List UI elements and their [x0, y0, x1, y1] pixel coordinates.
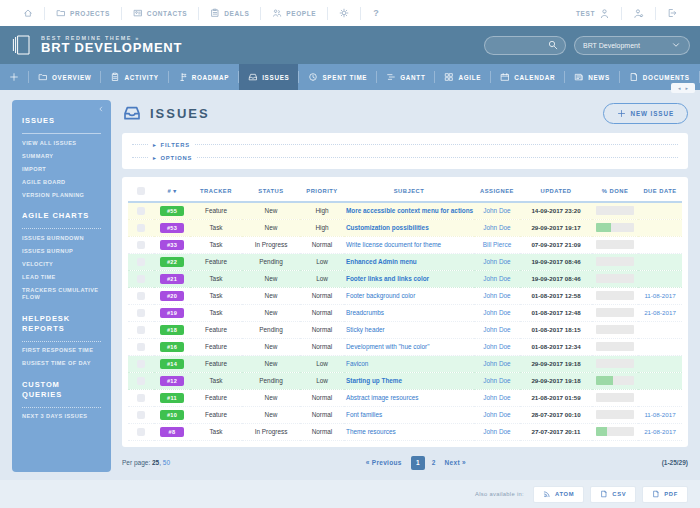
row-checkbox[interactable] [137, 224, 145, 232]
issue-subject-link[interactable]: More accessible context menu for actions… [346, 207, 474, 214]
row-checkbox[interactable] [137, 343, 145, 351]
issue-id-badge[interactable]: #10 [160, 410, 184, 420]
issue-subject-link[interactable]: Footer background color [346, 292, 415, 299]
column-header-updated[interactable]: UPDATED [520, 179, 592, 202]
my-account-button[interactable] [622, 8, 655, 19]
sidebar-item-busiest-time-of-day[interactable]: BUSIEST TIME OF DAY [22, 360, 101, 368]
topbar-item-?[interactable]: ? [361, 8, 391, 18]
sidebar-item-trackers-cumulative-flow[interactable]: TRACKERS CUMULATIVE FLOW [22, 287, 101, 302]
per-page-option[interactable]: 50 [163, 459, 170, 466]
row-checkbox[interactable] [137, 428, 145, 436]
column-header-subject[interactable]: SUBJECT [344, 179, 474, 202]
issue-id-badge[interactable]: #18 [160, 325, 184, 335]
row-checkbox[interactable] [137, 394, 145, 402]
sidebar-item-summary[interactable]: SUMMARY [22, 153, 101, 161]
issue-subject-link[interactable]: Font families [346, 411, 382, 418]
issue-id-badge[interactable]: #14 [160, 359, 184, 369]
page-1-active[interactable]: 1 [411, 456, 425, 470]
issue-id-badge[interactable]: #22 [160, 257, 184, 267]
page-2[interactable]: 2 [432, 459, 436, 466]
cell-due-date[interactable]: 11-08-2017 [638, 287, 682, 304]
row-checkbox[interactable] [137, 207, 145, 215]
assignee-link[interactable]: John Doe [483, 360, 510, 367]
logout-icon[interactable] [667, 8, 677, 18]
cell-due-date[interactable]: 21-08-2017 [638, 423, 682, 440]
issue-subject-link[interactable]: Starting up Theme [346, 377, 402, 384]
tab-gantt[interactable]: GANTT [377, 64, 434, 90]
tab-scroll-arrows[interactable]: ◂▸ [671, 83, 695, 93]
sidebar-item-import[interactable]: IMPORT [22, 166, 101, 174]
tab-calendar[interactable]: CALENDAR [491, 64, 564, 90]
issue-id-badge[interactable]: #53 [160, 223, 184, 233]
project-selector-dropdown[interactable]: BRT Development [574, 36, 690, 55]
assignee-link[interactable]: John Doe [483, 258, 510, 265]
assignee-link[interactable]: John Doe [483, 343, 510, 350]
sidebar-item-lead-time[interactable]: LEAD TIME [22, 274, 101, 282]
topbar-item-deals[interactable]: DEALS [199, 8, 260, 18]
export-pdf-button[interactable]: PDF [642, 486, 688, 503]
issue-subject-link[interactable]: Customization possibilities [346, 224, 429, 231]
row-checkbox[interactable] [137, 360, 145, 368]
issue-subject-link[interactable]: Development with "hue color" [346, 343, 429, 350]
sidebar-item-version-planning[interactable]: VERSION PLANNING [22, 192, 101, 200]
assignee-link[interactable]: John Doe [483, 326, 510, 333]
topbar-item-settings[interactable] [328, 8, 360, 18]
logged-user-button[interactable]: TEST [565, 8, 621, 19]
assignee-link[interactable]: John Doe [483, 377, 510, 384]
issue-subject-link[interactable]: Breadcrumbs [346, 309, 384, 316]
issue-id-badge[interactable]: #55 [160, 206, 184, 216]
assignee-link[interactable]: John Doe [483, 411, 510, 418]
row-checkbox[interactable] [137, 309, 145, 317]
sidebar-item-next-3-days-issues[interactable]: NEXT 3 DAYS ISSUES [22, 413, 101, 421]
assignee-link[interactable]: John Doe [483, 275, 510, 282]
topbar-item-home[interactable] [12, 8, 44, 18]
issue-id-badge[interactable]: #33 [160, 240, 184, 250]
tab-news[interactable]: NEWS [565, 64, 619, 90]
topbar-item-contacts[interactable]: CONTACTS [122, 8, 198, 18]
topbar-item-people[interactable]: PEOPLE [261, 8, 327, 18]
row-checkbox[interactable] [137, 411, 145, 419]
assignee-link[interactable]: John Doe [483, 394, 510, 401]
tab-roadmap[interactable]: ROADMAP [169, 64, 238, 90]
sidebar-item-agile-board[interactable]: AGILE BOARD [22, 179, 101, 187]
issue-subject-link[interactable]: Footer links and links color [346, 275, 429, 282]
row-checkbox[interactable] [137, 275, 145, 283]
issue-id-badge[interactable]: #16 [160, 342, 184, 352]
sidebar-item-first-response-time[interactable]: FIRST RESPONSE TIME [22, 347, 101, 355]
search-input[interactable] [484, 36, 566, 55]
chevron-left-icon[interactable] [97, 105, 105, 113]
assignee-link[interactable]: John Doe [483, 292, 510, 299]
tab-spent-time[interactable]: SPENT TIME [299, 64, 376, 90]
assignee-link[interactable]: John Doe [483, 224, 510, 231]
assignee-link[interactable]: Bill Pierce [483, 241, 511, 248]
scroll-left-icon[interactable]: ◂ [678, 85, 681, 91]
issue-subject-link[interactable]: Sticky header [346, 326, 385, 333]
issue-id-badge[interactable]: #19 [160, 308, 184, 318]
issue-id-badge[interactable]: #8 [160, 427, 184, 437]
row-checkbox[interactable] [137, 258, 145, 266]
export-atom-button[interactable]: ATOM [533, 486, 584, 503]
logout-button[interactable] [656, 8, 688, 18]
row-checkbox[interactable] [137, 292, 145, 300]
assignee-link[interactable]: John Doe [483, 428, 510, 435]
scroll-right-icon[interactable]: ▸ [686, 85, 689, 91]
sidebar-item-velocity[interactable]: VELOCITY [22, 261, 101, 269]
issue-id-badge[interactable]: #21 [160, 274, 184, 284]
sidebar-item-issues-burndown[interactable]: ISSUES BURNDOWN [22, 235, 101, 243]
sidebar-item-issues-burnup[interactable]: ISSUES BURNUP [22, 248, 101, 256]
tab-agile[interactable]: AGILE [435, 64, 490, 90]
issue-id-badge[interactable]: #12 [160, 376, 184, 386]
column-header-assignee[interactable]: ASSIGNEE [474, 179, 520, 202]
per-page-current[interactable]: 25 [152, 459, 159, 466]
column-header-tracker[interactable]: TRACKER [190, 179, 242, 202]
assignee-link[interactable]: John Doe [483, 207, 510, 214]
options-toggle[interactable]: ▸ OPTIONS [132, 151, 678, 164]
column-header-status[interactable]: STATUS [242, 179, 300, 202]
cell-due-date[interactable]: 21-08-2017 [638, 304, 682, 321]
issue-subject-link[interactable]: Enhanced Admin menu [346, 258, 417, 265]
issue-id-badge[interactable]: #11 [160, 393, 184, 403]
issue-subject-link[interactable]: Favicon [346, 360, 368, 367]
column-header-duedate[interactable]: DUE DATE [638, 179, 682, 202]
tab-activity[interactable]: ACTIVITY [101, 64, 167, 90]
filters-toggle[interactable]: ▸ FILTERS [132, 138, 678, 151]
